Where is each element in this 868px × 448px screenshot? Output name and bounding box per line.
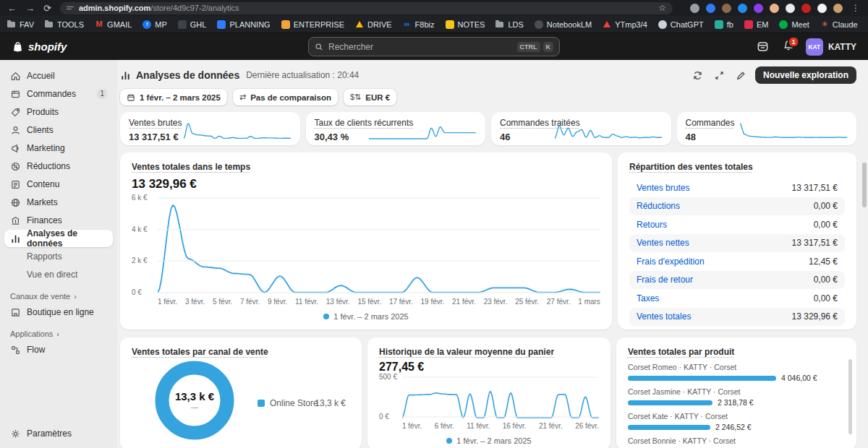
bookmark-meet[interactable]: Meet xyxy=(779,20,809,29)
sales-breakdown-card: Répartition des ventes totales Ventes br… xyxy=(618,152,856,329)
page-scrollbar[interactable] xyxy=(862,163,867,207)
sidebar-item-boutique-en-ligne[interactable]: Boutique en ligne xyxy=(4,303,113,321)
kpi-card-commandes[interactable]: Commandes 48 xyxy=(677,112,857,145)
sidebar-item-finances[interactable]: Finances xyxy=(4,212,113,229)
sidebar-item-flow[interactable]: Flow xyxy=(4,341,113,358)
breakdown-link[interactable]: Taxes xyxy=(637,293,659,303)
sidebar-item-marketing[interactable]: Marketing xyxy=(4,139,113,157)
fullscreen-button[interactable] xyxy=(712,67,728,83)
bookmark-ghl[interactable]: GHL xyxy=(178,20,207,29)
bookmark-star-icon[interactable]: ☆ xyxy=(658,3,666,13)
markets-icon xyxy=(10,197,21,208)
bookmark-fb[interactable]: fb xyxy=(715,20,733,29)
kpi-label[interactable]: Ventes brutes xyxy=(129,118,182,128)
back-icon[interactable]: ← xyxy=(7,4,17,13)
sidebar-item-accueil[interactable]: Accueil xyxy=(4,67,113,85)
bookmark-fav[interactable]: FAV xyxy=(7,20,34,29)
channel-legend-value: 13,3 k € xyxy=(315,398,346,408)
bookmark-notes[interactable]: NOTES xyxy=(446,20,485,29)
kpi-label[interactable]: Commandes xyxy=(686,118,735,128)
sidebar-item-contenu[interactable]: Contenu xyxy=(4,176,113,193)
breakdown-link[interactable]: Ventes brutes xyxy=(637,183,689,193)
bookmark-tools[interactable]: TOOLS xyxy=(45,20,84,29)
kpi-card-ventes-brutes[interactable]: Ventes brutes 13 317,51 € xyxy=(120,112,300,145)
extension-icon-7[interactable] xyxy=(786,4,795,13)
reload-icon[interactable]: ⟳ xyxy=(43,4,51,13)
notifications-button[interactable]: 1 xyxy=(783,40,794,54)
donut-center-sub: — xyxy=(191,403,198,411)
bookmark-gmail[interactable]: MGMAIL xyxy=(95,20,132,29)
date-range-filter[interactable]: 1 févr. – 2 mars 2025 xyxy=(120,89,227,105)
breakdown-value: 13 317,51 € xyxy=(792,238,838,248)
sidebar-item-produits[interactable]: Produits xyxy=(4,103,113,121)
shopify-logo[interactable]: shopify xyxy=(12,40,67,53)
breakdown-link[interactable]: Frais d'expédition xyxy=(637,257,705,267)
breakdown-link[interactable]: Réductions xyxy=(637,201,680,211)
bookmark-claude[interactable]: ✳Claude xyxy=(820,20,858,29)
sidebar-item-clients[interactable]: Clients xyxy=(4,121,113,139)
refresh-button[interactable] xyxy=(690,67,706,83)
currency-filter[interactable]: $⇅ EUR € xyxy=(344,89,396,105)
sidebar-item-commandes[interactable]: Commandes1 xyxy=(4,85,113,103)
breakdown-row-frais-d-exp-dition: Frais d'expédition 12,45 € xyxy=(629,252,845,271)
browser-menu-icon[interactable]: ⋮ xyxy=(851,3,861,13)
address-bar[interactable]: admin.shopify.com/store/4d9c97-2/analyti… xyxy=(60,2,673,14)
extension-icon-9[interactable] xyxy=(817,4,827,13)
forward-icon[interactable]: → xyxy=(25,4,35,13)
breakdown-link[interactable]: Ventes nettes xyxy=(637,238,689,248)
bookmark-chatgpt[interactable]: ChatGPT xyxy=(658,20,704,29)
bookmark-label: EM xyxy=(757,20,769,29)
new-exploration-button[interactable]: Nouvelle exploration xyxy=(755,66,856,84)
site-settings-icon[interactable] xyxy=(67,5,74,12)
sales-over-time-x-axis: 1 févr.3 févr.5 févr.7 févr.9 févr.11 fé… xyxy=(158,298,600,306)
x-axis-label: 1 mars xyxy=(578,298,600,306)
legend-dot xyxy=(323,314,329,319)
sidebar-section-applications[interactable]: Applications› xyxy=(4,322,113,341)
kpi-card-taux-de-clients-r-currents[interactable]: Taux de clients récurrents 30,43 % xyxy=(306,112,486,145)
sales-over-time-title[interactable]: Ventes totales dans le temps xyxy=(132,162,250,172)
bookmark-ytmp3-4[interactable]: YTmp3/4 xyxy=(603,20,647,29)
browser-profile-avatar[interactable] xyxy=(833,4,843,13)
bookmark-f8biz[interactable]: ∞F8biz xyxy=(403,20,435,29)
breakdown-link[interactable]: Retours xyxy=(637,220,667,230)
extension-icon-6[interactable] xyxy=(770,4,779,13)
bookmark-em[interactable]: EM xyxy=(744,20,769,29)
edit-button[interactable] xyxy=(733,67,749,83)
admin-apps-icon[interactable] xyxy=(755,39,771,55)
extension-icon-5[interactable] xyxy=(754,4,763,13)
product-name: Corset Jasmine · KATTY · Corset xyxy=(628,387,845,396)
sidebar-item-vue-en-direct[interactable]: Vue en direct xyxy=(4,266,113,283)
product-scrollbar[interactable] xyxy=(848,359,852,434)
bookmark-planning[interactable]: PLANNING xyxy=(217,20,270,29)
breakdown-link[interactable]: Frais de retour xyxy=(637,275,693,285)
sidebar-item-markets[interactable]: Markets xyxy=(4,194,113,211)
sidebar-item-analyses-de-donn-es[interactable]: Analyses de données xyxy=(4,230,113,247)
sidebar-item-rapports[interactable]: Rapports xyxy=(4,248,113,265)
filter-row: 1 févr. – 2 mars 2025 ⇄ Pas de comparais… xyxy=(120,89,856,105)
bookmark-notebooklm[interactable]: NotebookLM xyxy=(535,20,592,29)
sales-breakdown-title[interactable]: Répartition des ventes totales xyxy=(629,162,753,172)
user-menu[interactable]: KAT KATTY xyxy=(806,38,856,56)
extension-icon-1[interactable] xyxy=(690,4,699,13)
extension-icon-4[interactable] xyxy=(738,4,747,13)
extension-icon-8[interactable] xyxy=(801,4,811,13)
breakdown-link[interactable]: Ventes totales xyxy=(637,311,691,322)
comparison-filter[interactable]: ⇄ Pas de comparaison xyxy=(233,89,338,105)
bookmark-drive[interactable]: DRIVE xyxy=(355,20,392,29)
search-input[interactable]: Rechercher CTRL K xyxy=(308,37,560,56)
extension-icon-2[interactable] xyxy=(706,4,715,13)
bookmark-mp[interactable]: fMP xyxy=(142,20,167,29)
sales-by-channel-title[interactable]: Ventes totales par canal de vente xyxy=(132,347,268,357)
sidebar-item-parametres[interactable]: Paramètres xyxy=(4,425,113,442)
sidebar-section-canaux-de-vente[interactable]: Canaux de vente› xyxy=(4,284,113,303)
breakdown-row-r-ductions: Réductions 0,00 € xyxy=(629,197,845,216)
sidebar-item-r-ductions[interactable]: Réductions xyxy=(4,158,113,175)
extension-icon-3[interactable] xyxy=(722,4,731,13)
bookmark-lds[interactable]: LDS xyxy=(495,20,523,29)
bookmark-label: TOOLS xyxy=(57,20,84,29)
sidebar-item-label: Flow xyxy=(27,345,45,355)
kpi-card-commandes-trait-es[interactable]: Commandes traitées 46 xyxy=(491,112,671,145)
bookmark-enterprise[interactable]: ENTERPRISE xyxy=(281,20,344,29)
avg-basket-title[interactable]: Historique de la valeur moyenne du panie… xyxy=(379,347,554,357)
sales-by-product-title[interactable]: Ventes totales par produit xyxy=(628,347,734,357)
